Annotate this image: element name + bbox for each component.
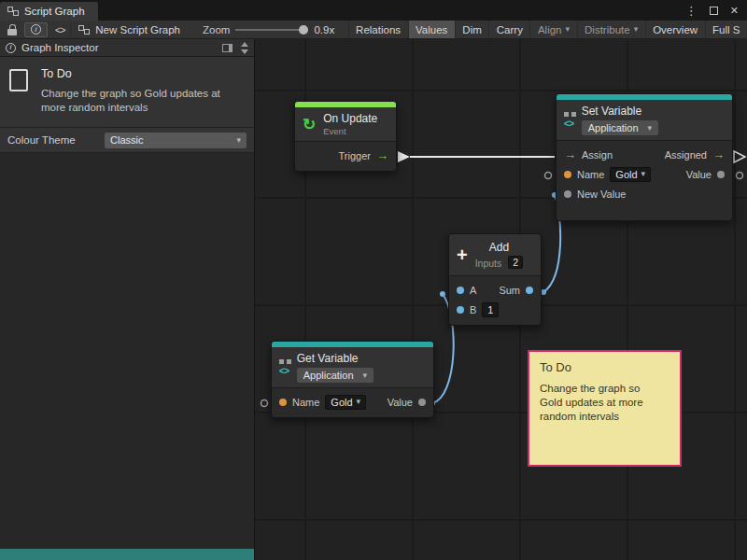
b-value-field[interactable]: 1 [482,302,499,317]
button-label: Distribute [585,24,630,35]
maximize-icon[interactable] [710,7,718,15]
chevron-down-icon: ▾ [363,371,368,380]
toolbar-button-values[interactable]: Values [408,21,455,38]
add-plus-icon: + [457,245,468,264]
button-label: Values [416,24,447,35]
toolbar-button-distribute[interactable]: Distribute▾ [577,21,645,38]
todo-description: Change the graph so Gold updates at more… [41,87,239,115]
node-title: On Update [323,112,377,125]
variable-icon-code: <> [564,119,574,129]
graph-canvas[interactable]: ↻ On Update Event Trigger → <> [255,39,747,560]
variable-scope-dropdown[interactable]: Application ▾ [297,368,374,383]
node-on-update[interactable]: ↻ On Update Event Trigger → [294,101,397,172]
toolbar-button-overview[interactable]: Overview [645,21,705,38]
node-title: Get Variable [297,352,374,365]
wire-endpoint [440,291,445,297]
port-row: New Value [557,184,732,203]
graph-inspector-toggle-button[interactable]: i [24,22,48,37]
a-port-dot[interactable] [457,287,464,294]
script-graph-icon [78,25,90,35]
inspector-todo-section: To Do Change the graph so Gold updates a… [0,57,254,128]
value-port-dot[interactable] [717,171,725,178]
port-row: A Sum [449,280,541,300]
toolbar-button-fullscreen[interactable]: Full S [705,21,747,38]
close-icon[interactable]: ✕ [730,5,739,17]
node-header-text: Set Variable Application ▾ [582,105,658,135]
inspector-bottom-bar [0,549,254,560]
dock-panel-icon[interactable] [222,44,233,52]
sticky-note[interactable]: To Do Change the graph so Gold updates a… [528,350,682,467]
node-body: Name Gold ▾ Value [272,388,433,417]
graph-toolbar: i <> New Script Graph Zoom 0.9x Relation… [0,21,747,39]
zoom-slider[interactable] [235,24,308,35]
b-port-dot[interactable] [457,306,464,314]
new-value-port-dot[interactable] [564,190,571,198]
port-row: Name Gold ▾ Value [272,392,433,412]
button-label: Relations [356,24,401,35]
graph-inspector-panel: i Graph Inspector To Do Change the graph… [0,39,255,560]
node-get-variable[interactable]: <> Get Variable Application ▾ Name Gold [271,341,434,418]
port-row: Trigger → [295,146,396,165]
zoom-slider-handle[interactable] [299,25,308,35]
port-row: B 1 [449,300,541,319]
name-value-dropdown[interactable]: Gold ▾ [325,395,366,410]
toolbar-button-align[interactable]: Align▾ [529,21,576,38]
code-view-icon[interactable]: <> [53,24,71,35]
inspector-title: Graph Inspector [21,42,217,53]
assigned-port-arrow-icon[interactable]: → [712,148,725,161]
node-header: <> Set Variable Application ▾ [557,100,732,141]
variable-icon: <> [279,359,289,376]
info-icon-letter: i [10,44,12,51]
assigned-output-arrow [734,151,745,162]
variable-scope-dropdown[interactable]: Application ▾ [582,120,658,135]
port-circle[interactable] [261,400,268,407]
value-port-dot[interactable] [418,399,426,406]
sticky-note-line: random intervals [540,410,669,424]
port-circle[interactable] [737,173,743,179]
toolbar-button-carry[interactable]: Carry [488,21,529,38]
port-row: → Assign Assigned → [557,145,732,164]
scroll-down-icon[interactable] [241,49,248,54]
sum-port-dot[interactable] [526,287,533,294]
node-title: Set Variable [582,105,658,118]
trigger-port-arrow-icon[interactable]: → [376,149,388,161]
inspector-scroll-spinner[interactable] [238,42,248,54]
node-add[interactable]: + Add Inputs 2 A Sum [448,233,542,326]
assign-port-arrow-icon[interactable]: → [564,148,576,161]
name-port-dot[interactable] [279,399,287,406]
variable-icon-squares [564,112,569,117]
node-body: → Assign Assigned → Name Gold ▾ Value [557,141,732,220]
toolbar-button-dim[interactable]: Dim [455,21,488,38]
node-subtitle: Event [323,126,377,136]
graph-selector[interactable]: New Script Graph [78,24,193,35]
note-icon [9,69,28,91]
tab-title: Script Graph [24,6,85,17]
tab-script-graph[interactable]: Script Graph [0,2,98,21]
zoom-label: Zoom [203,24,230,35]
info-icon: i [6,43,16,53]
zoom-value: 0.9x [314,24,334,35]
inputs-count-field[interactable]: 2 [508,256,523,269]
variable-icon: <> [564,112,574,129]
colour-theme-dropdown[interactable]: Classic ▾ [105,133,247,148]
value-port-label: Value [388,397,413,408]
name-value-dropdown[interactable]: Gold ▾ [610,167,651,182]
name-port-dot[interactable] [564,171,571,178]
info-icon: i [31,24,41,35]
inspector-empty-area [0,153,254,549]
variable-icon-code: <> [279,367,289,376]
node-set-variable[interactable]: <> Set Variable Application ▾ → Assign A… [556,93,733,221]
variable-icon-squares [279,359,284,364]
scroll-up-icon[interactable] [241,42,248,47]
name-port-label: Name [292,397,319,408]
chevron-down-icon: ▾ [236,136,241,145]
toolbar-button-relations[interactable]: Relations [348,21,408,38]
window-menu-icon[interactable]: ⋮ [685,4,698,18]
assigned-port-label: Assigned [665,149,707,161]
node-footer-space [557,203,732,215]
lock-icon[interactable] [7,29,17,35]
chevron-down-icon: ▾ [648,124,653,133]
todo-text-block: To Do Change the graph so Gold updates a… [41,67,239,115]
port-circle[interactable] [545,173,552,179]
zoom-slider-track [235,29,308,31]
